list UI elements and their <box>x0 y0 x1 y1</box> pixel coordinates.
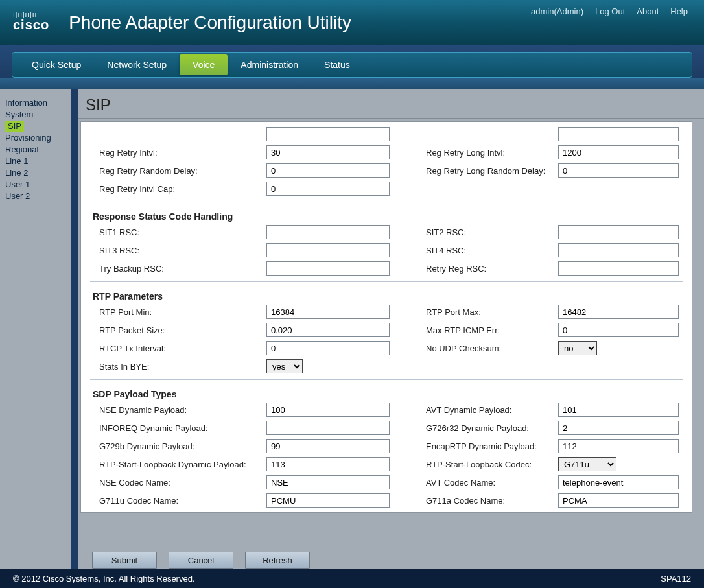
section-rsc: Response Status Code Handling <box>81 206 692 223</box>
logout-link[interactable]: Log Out <box>595 6 625 16</box>
g711a-codec-name-label: G711a Codec Name: <box>426 496 558 506</box>
sidebar-item-line2[interactable]: Line 2 <box>5 167 66 179</box>
rtp-start-loopback-codec-select[interactable]: G711u <box>558 457 616 471</box>
g729b-dynamic-input[interactable] <box>266 439 390 453</box>
header: ı|ıı|ıı|ıı cisco Phone Adapter Configura… <box>0 0 704 45</box>
nav-administration[interactable]: Administration <box>228 54 311 75</box>
nav-quick-setup[interactable]: Quick Setup <box>19 54 94 75</box>
reg-retry-intvl-label: Reg Retry Intvl: <box>99 148 266 158</box>
nse-codec-name-label: NSE Codec Name: <box>99 478 266 488</box>
reg-retry-random-delay-input[interactable] <box>266 163 390 178</box>
sidebar-item-sip[interactable]: SIP <box>5 121 24 132</box>
footer-copyright: © 2012 Cisco Systems, Inc. All Rights Re… <box>13 574 195 583</box>
reg-retry-intvl-cap-input[interactable] <box>266 182 390 196</box>
reg-retry-intvl-input[interactable] <box>266 145 390 159</box>
reg-retry-long-random-delay-label: Reg Retry Long Random Delay: <box>426 166 558 176</box>
rtp-port-min-label: RTP Port Min: <box>99 307 266 317</box>
sidebar-item-regional[interactable]: Regional <box>5 144 66 156</box>
max-rtp-icmp-err-input[interactable] <box>558 323 679 337</box>
retry-reg-rsc-input[interactable] <box>558 261 679 276</box>
encaprtp-dynamic-label: EncapRTP Dynamic Payload: <box>426 441 558 451</box>
sidebar: Information System SIP Provisioning Regi… <box>0 89 71 569</box>
config-form[interactable]: Reg Retry Intvl: Reg Retry Long Intvl: R… <box>80 121 692 513</box>
nav-voice[interactable]: Voice <box>180 54 228 75</box>
rtp-packet-size-label: RTP Packet Size: <box>99 325 266 335</box>
about-link[interactable]: About <box>637 6 659 16</box>
stats-in-bye-label: Stats In BYE: <box>99 362 266 371</box>
top-links: admin(Admin) Log Out About Help <box>531 6 688 16</box>
rtp-start-loopback-dynamic-label: RTP-Start-Loopback Dynamic Payload: <box>99 460 266 469</box>
submit-button[interactable]: Submit <box>92 552 157 569</box>
footer: © 2012 Cisco Systems, Inc. All Rights Re… <box>0 569 704 588</box>
try-backup-rsc-label: Try Backup RSC: <box>99 264 266 274</box>
sidebar-item-provisioning[interactable]: Provisioning <box>5 132 66 144</box>
sidebar-item-user2[interactable]: User 2 <box>5 191 66 202</box>
cancel-button[interactable]: Cancel <box>169 552 233 569</box>
g711u-codec-name-label: G711u Codec Name: <box>99 496 266 506</box>
sit3-rsc-input[interactable] <box>266 243 390 257</box>
user-label[interactable]: admin(Admin) <box>531 6 583 16</box>
sidebar-item-information[interactable]: Information <box>5 97 66 109</box>
section-rtp: RTP Parameters <box>81 286 692 303</box>
nse-codec-name-input[interactable] <box>266 475 390 489</box>
reg-retry-random-delay-label: Reg Retry Random Delay: <box>99 166 266 176</box>
app-title: Phone Adapter Configuration Utility <box>69 12 351 33</box>
partial-input-left[interactable] <box>266 127 390 141</box>
nse-dynamic-label: NSE Dynamic Payload: <box>99 405 266 415</box>
reg-retry-long-intvl-input[interactable] <box>558 145 679 159</box>
no-udp-checksum-select[interactable]: no <box>558 341 597 355</box>
sit4-rsc-label: SIT4 RSC: <box>426 246 558 255</box>
reg-retry-long-intvl-label: Reg Retry Long Intvl: <box>426 148 558 158</box>
avt-codec-name-label: AVT Codec Name: <box>426 478 558 488</box>
reg-retry-long-random-delay-input[interactable] <box>558 163 679 178</box>
help-link[interactable]: Help <box>670 6 688 16</box>
refresh-button[interactable]: Refresh <box>245 552 310 569</box>
sit4-rsc-input[interactable] <box>558 243 679 257</box>
rtcp-tx-interval-input[interactable] <box>266 341 390 355</box>
section-sdp: SDP Payload Types <box>81 384 692 401</box>
page-title: SIP <box>78 89 704 119</box>
nav-network-setup[interactable]: Network Setup <box>94 54 180 75</box>
rtp-port-min-input[interactable] <box>266 305 390 319</box>
navbar: Quick Setup Network Setup Voice Administ… <box>12 52 692 78</box>
g726r32-dynamic-input[interactable] <box>558 421 679 435</box>
g726r32-codec-name-input[interactable] <box>266 512 390 513</box>
g729b-dynamic-label: G729b Dynamic Payload: <box>99 441 266 451</box>
rtcp-tx-interval-label: RTCP Tx Interval: <box>99 344 266 353</box>
sit2-rsc-label: SIT2 RSC: <box>426 228 558 237</box>
rtp-packet-size-input[interactable] <box>266 323 390 337</box>
avt-dynamic-input[interactable] <box>558 403 679 417</box>
sidebar-item-line1[interactable]: Line 1 <box>5 156 66 167</box>
rtp-port-max-input[interactable] <box>558 305 679 319</box>
nse-dynamic-input[interactable] <box>266 403 390 417</box>
max-rtp-icmp-err-label: Max RTP ICMP Err: <box>426 325 558 335</box>
nav-status[interactable]: Status <box>311 54 363 75</box>
inforeq-dynamic-label: INFOREQ Dynamic Payload: <box>99 423 266 433</box>
g711u-codec-name-input[interactable] <box>266 493 390 508</box>
sidebar-item-system[interactable]: System <box>5 109 66 121</box>
footer-model: SPA112 <box>661 574 691 583</box>
rtp-port-max-label: RTP Port Max: <box>426 307 558 317</box>
g711a-codec-name-input[interactable] <box>558 493 679 508</box>
sit1-rsc-label: SIT1 RSC: <box>99 228 266 237</box>
rtp-start-loopback-codec-label: RTP-Start-Loopback Codec: <box>426 460 558 469</box>
sit2-rsc-input[interactable] <box>558 225 679 239</box>
no-udp-checksum-label: No UDP Checksum: <box>426 344 558 353</box>
partial-input-right[interactable] <box>558 127 679 141</box>
cisco-logo: ı|ıı|ıı|ıı cisco <box>13 12 49 32</box>
inforeq-dynamic-input[interactable] <box>266 421 390 435</box>
try-backup-rsc-input[interactable] <box>266 261 390 276</box>
button-bar: Submit Cancel Refresh <box>78 544 704 569</box>
sidebar-item-user1[interactable]: User 1 <box>5 179 66 191</box>
g726r32-dynamic-label: G726r32 Dynamic Payload: <box>426 423 558 433</box>
avt-dynamic-label: AVT Dynamic Payload: <box>426 405 558 415</box>
avt-codec-name-input[interactable] <box>558 475 679 489</box>
sit1-rsc-input[interactable] <box>266 225 390 239</box>
reg-retry-intvl-cap-label: Reg Retry Intvl Cap: <box>99 184 266 194</box>
encaprtp-dynamic-input[interactable] <box>558 439 679 453</box>
rtp-start-loopback-dynamic-input[interactable] <box>266 457 390 471</box>
stats-in-bye-select[interactable]: yes <box>266 359 303 373</box>
sit3-rsc-label: SIT3 RSC: <box>99 246 266 255</box>
retry-reg-rsc-label: Retry Reg RSC: <box>426 264 558 274</box>
g729a-codec-name-input[interactable] <box>558 512 679 513</box>
